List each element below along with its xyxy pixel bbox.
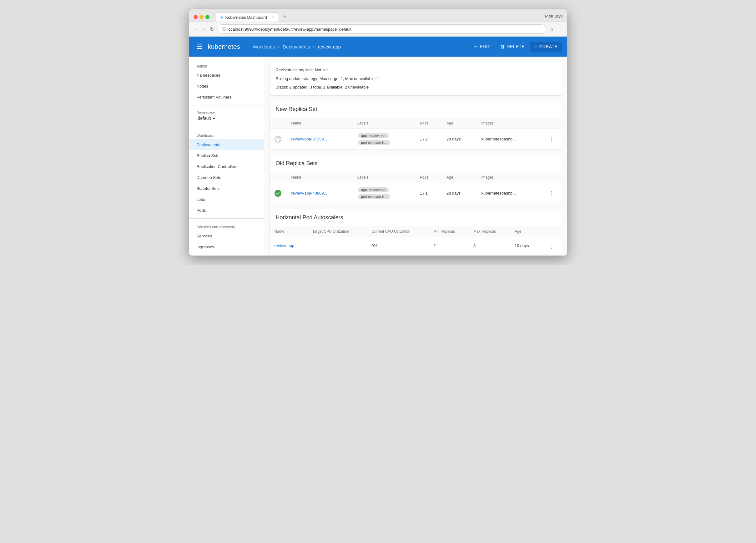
minimize-dot[interactable] [199,15,204,19]
forward-button[interactable]: → [202,26,207,32]
revision-history-row: Revision history limit: Not set [276,67,556,73]
rolling-update-label: Rolling update strategy: [276,76,319,81]
more-options-button-2[interactable]: ⋮ [546,188,557,198]
sidebar-item-services[interactable]: Services [189,230,264,241]
more-options-button-3[interactable]: ⋮ [546,241,557,251]
hpa-card: Horizontal Pod Autoscalers Name Target C… [269,209,562,255]
sidebar-item-namespaces[interactable]: Namespaces [189,70,264,81]
sidebar-item-jobs[interactable]: Jobs [189,194,264,205]
sidebar-item-nodes[interactable]: Nodes [189,81,264,92]
browser-menu-button[interactable]: ⋮ [557,26,563,33]
k8s-favicon-icon: ⎈ [220,15,223,20]
age-cell-2: 28 days [441,183,476,203]
more-cell-1: ⋮ [541,128,562,149]
more-options-button[interactable]: ⋮ [546,134,557,144]
col-images-old: Images [476,172,541,183]
col-pods-1: Pods [415,118,441,129]
col-actions-old [541,172,562,183]
breadcrumb-sep-1: › [278,44,280,49]
create-button[interactable]: + CREATE [530,42,562,52]
col-name-2: Name [286,118,352,129]
app-logo: kubernetes [208,43,240,50]
col-age-1: Age [441,118,476,129]
tab-close-button[interactable]: × [272,15,274,19]
deployment-info-card: Revision history limit: Not set Rolling … [269,62,562,96]
sidebar-item-replica-sets[interactable]: Replica Sets [189,150,264,161]
sidebar-item-persistent-volumes[interactable]: Persistent Volumes [189,92,264,103]
user-label: Piotr Bryk [545,14,562,20]
back-button[interactable]: ← [194,26,199,32]
hpa-table: Name Target CPU Utilization Current CPU … [270,226,562,254]
sidebar-divider-3 [189,218,264,219]
hpa-age-cell: 10 days [510,237,540,254]
col-hpa-target-cpu: Target CPU Utilization [307,226,367,237]
sidebar-item-stateful-sets[interactable]: Stateful Sets [189,183,264,194]
col-hpa-current-cpu: Current CPU Utilization [366,226,428,237]
browser-titlebar: ⎈ Kubernetes Dashboard × + Piotr Bryk [189,9,567,22]
namespace-select[interactable]: default [197,115,216,122]
col-labels-1: Labels [352,118,415,129]
bookmark-button[interactable]: ☆ [550,26,554,32]
revision-history-value: Not set [315,68,328,72]
sidebar-item-daemon-sets[interactable]: Daemon Sets [189,172,264,183]
sidebar-item-ingresses[interactable]: Ingresses [189,241,264,252]
label-chip: app: review-app [358,133,389,138]
label-chip: app: review-app [358,187,389,192]
sidebar-item-pods[interactable]: Pods [189,205,264,216]
labels-cell-1: app: review-app pod-template-h... [352,128,415,149]
maximize-dot[interactable] [205,15,209,19]
rolling-update-row: Rolling update strategy: Max surge: 1, M… [276,76,556,82]
old-replica-sets-title: Old Replica Sets [270,155,562,172]
breadcrumb-deployments[interactable]: Deployments [283,44,310,49]
col-name-1 [270,118,286,129]
hpa-max-replicas-cell: 8 [468,237,510,254]
delete-button[interactable]: 🗑 DELETE [496,42,529,52]
close-dot[interactable] [194,15,198,19]
hpa-title: Horizontal Pod Autoscalers [270,209,562,226]
hamburger-button[interactable]: ☰ [194,40,205,53]
hpa-header-row: Name Target CPU Utilization Current CPU … [270,226,562,237]
table-row: review-app-43809... app: review-app pod-… [270,183,562,203]
status-row: Status: 2 updated, 3 total, 1 available,… [276,84,556,90]
col-labels-old: Labels [352,172,415,183]
hpa-min-replicas-cell: 2 [428,237,468,254]
table-row: review-app - 0% 2 8 10 days ⋮ [270,237,562,254]
pods-cell-2: 1 / 1 [415,183,441,203]
app: ☰ kubernetes Workloads › Deployments › r… [189,37,567,255]
browser-tab[interactable]: ⎈ Kubernetes Dashboard × [216,13,279,22]
old-replica-sets-table: Name Labels Pods Age Images [270,172,562,203]
edit-button[interactable]: ✏ EDIT [470,42,495,52]
new-replica-set-link[interactable]: review-app-57159... [291,137,327,141]
sidebar-item-deployments[interactable]: Deployments [189,139,264,150]
col-age-old: Age [441,172,476,183]
url-bar[interactable]: ⓘ localhost:9090/#/deployment/default/re… [217,24,547,34]
breadcrumb-workloads[interactable]: Workloads [253,44,275,49]
label-chip: pod-template-h... [358,140,390,145]
url-text: localhost:9090/#/deployment/default/revi… [228,27,542,32]
new-replica-set-title: New Replica Set [270,101,562,118]
hpa-name-cell: review-app [270,237,307,254]
col-hpa-min: Min Replicas [428,226,468,237]
reload-button[interactable]: ↻ [210,26,214,32]
col-hpa-name: Name [270,226,307,237]
col-hpa-age: Age [510,226,540,237]
hpa-current-cpu-cell: 0% [366,237,428,254]
new-tab-button[interactable]: + [282,13,288,22]
col-actions-1 [541,118,562,129]
hpa-link[interactable]: review-app [275,243,295,248]
col-images-1: Images [476,118,541,129]
label-chip: pod-template-h... [358,194,390,199]
labels-cell-2: app: review-app pod-template-h... [352,183,415,203]
services-discovery-section-title: Services and discovery [189,221,264,230]
old-replica-sets-card: Old Replica Sets Name Labels Pods Age Im… [269,155,562,204]
revision-history-label: Revision history limit: [276,68,314,72]
status-icon-cell-1 [270,128,286,149]
sidebar-item-replication-controllers[interactable]: Replication Controllers [189,161,264,172]
old-replica-set-link[interactable]: review-app-43809... [291,191,327,195]
col-hpa-actions [541,226,562,237]
hpa-more-cell: ⋮ [541,237,562,254]
replica-name-cell-1: review-app-57159... [286,128,352,149]
col-hpa-max: Max Replicas [468,226,510,237]
main-area: Admin Namespaces Nodes Persistent Volume… [189,57,567,255]
pending-status-icon [275,136,281,143]
